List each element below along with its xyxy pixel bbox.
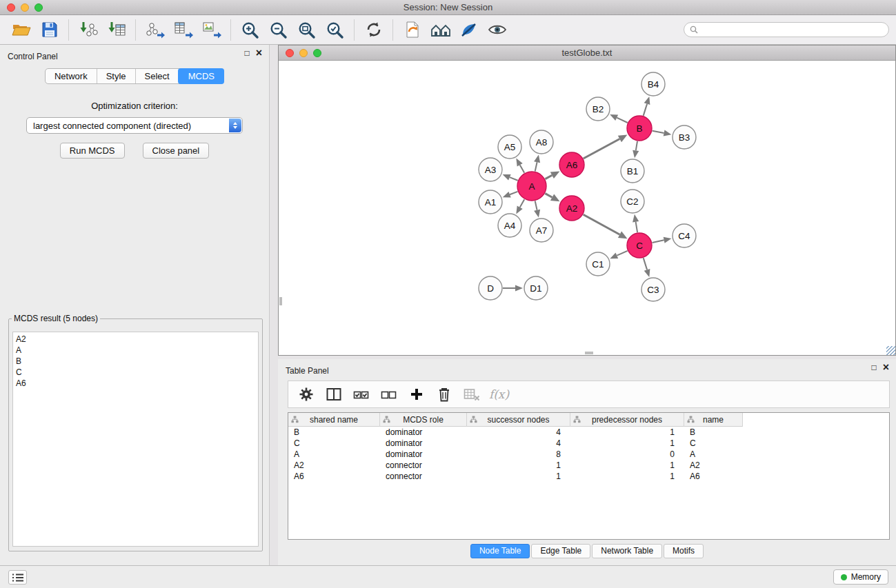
close-table-panel-icon[interactable]: × <box>883 363 889 372</box>
float-panel-icon[interactable]: □ <box>244 49 249 57</box>
show-details-button[interactable] <box>483 17 511 43</box>
edge-C-C4[interactable] <box>653 237 672 243</box>
zoom-in-button[interactable] <box>236 17 264 43</box>
delete-table-button[interactable] <box>462 385 481 404</box>
edge-C-C2[interactable] <box>633 214 639 232</box>
node-B4[interactable]: B4 <box>641 72 665 96</box>
mcds-result-item[interactable]: C <box>16 367 255 378</box>
edge-B-B1[interactable] <box>633 141 639 158</box>
table-settings-button[interactable] <box>297 385 315 404</box>
edge-A-A6[interactable] <box>545 171 559 179</box>
search-input[interactable] <box>701 25 883 34</box>
edge-A-A8[interactable] <box>534 155 540 172</box>
zoom-selected-button[interactable] <box>321 17 349 43</box>
show-columns-button[interactable] <box>324 385 343 404</box>
mcds-result-list[interactable]: A2ABCA6 <box>12 332 259 547</box>
edge-B-B2[interactable] <box>610 114 628 123</box>
export-image-button[interactable] <box>197 17 226 43</box>
mcds-result-item[interactable]: A <box>16 345 255 356</box>
node-A[interactable]: A <box>517 172 546 201</box>
node-B[interactable]: B <box>627 116 652 141</box>
tab-motifs[interactable]: Motifs <box>664 544 704 558</box>
node-C3[interactable]: C3 <box>641 278 665 301</box>
vertical-scroll-mark[interactable] <box>279 297 282 305</box>
table-row[interactable]: Cdominator41C <box>288 438 889 449</box>
edge-A-A2[interactable] <box>545 194 559 202</box>
function-builder-button[interactable]: f(x) <box>490 385 508 404</box>
edge-A-A4[interactable] <box>516 199 524 214</box>
network-graph[interactable]: B4B2BB3A5A8A6B1A3AA1C2A2A4A7C4CC1C3DD1 <box>279 61 895 355</box>
criterion-dropdown[interactable]: largest connected component (directed) <box>26 117 243 134</box>
tab-mcds[interactable]: MCDS <box>178 68 224 84</box>
export-network-button[interactable] <box>141 17 169 43</box>
zoom-out-button[interactable] <box>264 17 292 43</box>
zoom-view-icon[interactable] <box>313 49 321 57</box>
column-header-successor-nodes[interactable]: successor nodes <box>467 413 570 427</box>
add-column-button[interactable] <box>407 385 426 404</box>
task-history-button[interactable] <box>8 570 27 585</box>
import-network-button[interactable] <box>74 17 102 43</box>
close-window-icon[interactable] <box>7 3 15 12</box>
node-C1[interactable]: C1 <box>586 252 610 276</box>
node-D[interactable]: D <box>479 276 502 300</box>
node-A5[interactable]: A5 <box>498 135 521 159</box>
edge-B-B4[interactable] <box>644 97 650 116</box>
edge-A-A7[interactable] <box>534 201 540 218</box>
close-panel-icon[interactable]: × <box>256 49 262 57</box>
resize-handle-icon[interactable] <box>886 346 895 355</box>
horizontal-scroll-mark[interactable] <box>585 352 593 354</box>
refresh-button[interactable] <box>359 17 388 43</box>
node-A4[interactable]: A4 <box>498 214 521 237</box>
open-session-button[interactable] <box>7 17 35 43</box>
column-header-name[interactable]: name <box>684 413 743 427</box>
memory-button[interactable]: Memory <box>833 569 888 585</box>
edge-A2-C[interactable] <box>584 214 628 239</box>
hide-selected-button[interactable] <box>455 17 483 43</box>
first-neighbors-button[interactable] <box>426 17 455 43</box>
mcds-result-item[interactable]: B <box>16 356 255 367</box>
node-C[interactable]: C <box>627 233 652 258</box>
network-canvas[interactable]: B4B2BB3A5A8A6B1A3AA1C2A2A4A7C4CC1C3DD1 <box>279 61 895 355</box>
tab-select[interactable]: Select <box>135 69 179 83</box>
select-all-button[interactable] <box>352 385 370 404</box>
node-A3[interactable]: A3 <box>479 158 502 181</box>
delete-column-button[interactable] <box>435 385 453 404</box>
tab-network-table[interactable]: Network Table <box>592 544 662 558</box>
node-A6[interactable]: A6 <box>559 152 584 177</box>
node-B1[interactable]: B1 <box>621 159 644 183</box>
import-table-button[interactable] <box>102 17 130 43</box>
zoom-window-icon[interactable] <box>34 3 43 12</box>
table-row[interactable]: Adominator80A <box>288 449 889 460</box>
table-row[interactable]: A2connector11A2 <box>288 460 889 471</box>
save-session-button[interactable] <box>35 17 63 43</box>
minimize-view-icon[interactable] <box>299 49 308 57</box>
edge-B-B3[interactable] <box>653 130 672 136</box>
table-row[interactable]: Bdominator41B <box>288 427 889 438</box>
node-D1[interactable]: D1 <box>524 276 548 300</box>
table-row[interactable]: A6connector11A6 <box>288 471 889 482</box>
edge-A6-B[interactable] <box>584 135 628 159</box>
tab-node-table[interactable]: Node Table <box>470 544 530 558</box>
tab-style[interactable]: Style <box>97 69 135 83</box>
node-C4[interactable]: C4 <box>673 224 696 247</box>
tab-edge-table[interactable]: Edge Table <box>531 544 590 558</box>
run-mcds-button[interactable]: Run MCDS <box>60 143 125 159</box>
deselect-all-button[interactable] <box>379 385 398 404</box>
search-box[interactable] <box>684 22 889 37</box>
zoom-fit-button[interactable] <box>292 17 321 43</box>
mcds-result-item[interactable]: A6 <box>16 378 255 389</box>
edge-D-D1[interactable] <box>503 285 523 291</box>
export-session-button[interactable] <box>398 17 426 43</box>
edge-C-C3[interactable] <box>644 258 650 277</box>
mcds-result-item[interactable]: A2 <box>16 334 255 345</box>
column-header-predecessor-nodes[interactable]: predecessor nodes <box>570 413 684 427</box>
column-header-MCDS-role[interactable]: MCDS role <box>380 413 467 427</box>
edge-A-A5[interactable] <box>516 159 524 173</box>
edge-C-C1[interactable] <box>610 251 627 258</box>
minimize-window-icon[interactable] <box>21 3 29 12</box>
close-view-icon[interactable] <box>286 49 294 57</box>
close-mcds-panel-button[interactable]: Close panel <box>143 143 210 159</box>
edge-A-A3[interactable] <box>503 174 518 181</box>
node-B2[interactable]: B2 <box>586 97 610 121</box>
export-table-button[interactable] <box>169 17 197 43</box>
